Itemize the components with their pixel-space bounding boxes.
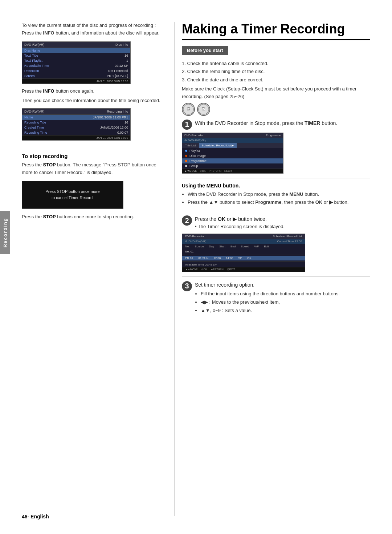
- prog-footer-text: ▲▼MOVE: [184, 170, 197, 173]
- before-you-start-note: Make sure the Clock (Setup-Clock Set) mu…: [182, 85, 370, 101]
- dvdplusr-icon: DVD +R: [197, 103, 210, 116]
- before-you-start-list: 1. Check the antenna cable is connected.…: [182, 60, 370, 84]
- rec-info-header-right: Recording Info: [107, 110, 128, 113]
- press-info-text1: Press the INFO button once again.: [22, 88, 163, 95]
- total-playlist-label: Total Playlist: [24, 59, 42, 62]
- disc-info-header: DVD-RW(VR) Disc Info: [22, 42, 130, 48]
- step1-content: With the DVD Recorder in Stop mode, pres…: [195, 120, 370, 127]
- setup-label: Setup: [189, 164, 198, 168]
- disc-info-header-left: DVD-RW(VR): [24, 43, 44, 46]
- menu-bullet-2: Press the ▲▼ buttons to select Programme…: [188, 199, 370, 206]
- col-vp: V/P: [254, 245, 259, 248]
- prog-tab-scheduled: Scheduled Record List ▶: [199, 143, 237, 148]
- disc-icons: DVD -RW DVD +R: [182, 103, 370, 116]
- step3-text: Set timer recording option.: [195, 282, 254, 288]
- sched-available: Available Time 00:48 SP: [182, 262, 305, 267]
- sched-footer-exit: ⊡EXIT: [227, 268, 235, 271]
- right-column: Making a Timer Recording Before you star…: [174, 22, 370, 516]
- disc-name-label: Disc Name: [24, 49, 40, 52]
- sched-subheader-left: ⊙ DVD-RW(VR): [185, 240, 206, 243]
- prog-item-setup: Setup: [182, 163, 283, 169]
- data-vp: OK: [247, 256, 252, 260]
- stop-line2: to cancel Timer Record.: [52, 195, 94, 200]
- step3-number: 3: [182, 281, 192, 291]
- using-menu-heading: Using the MENU button.: [182, 183, 370, 189]
- step1-text: With the DVD Recorder in Stop mode, pres…: [195, 120, 337, 126]
- section-tab-wrapper: Recording: [0, 211, 10, 254]
- rec-info-footer: JAN 01 2006 SUN 12:00: [22, 135, 130, 140]
- prog-item-discimage: Disc Image: [182, 153, 283, 158]
- before-item-2: 2. Check the remaining time of the disc.: [182, 68, 370, 76]
- no01-label: No. 01: [185, 250, 194, 253]
- svg-text:+R: +R: [203, 109, 205, 110]
- data-speed: SP: [238, 256, 242, 260]
- prog-item-playlist: Playlist: [182, 148, 283, 153]
- step3-bullet-2: ◀▶ : Moves to the previous/next item,: [201, 299, 370, 306]
- step2-subtext: • The Timer Recording screen is displaye…: [195, 224, 285, 229]
- sched-footer: ▲▼MOVE ⊙OK ↩RETURN ⊡EXIT: [182, 267, 305, 272]
- created-time-label: Created Time: [24, 126, 44, 129]
- using-menu-list: With the DVD Recorder in Stop mode, pres…: [188, 191, 370, 207]
- rec-time-value: 0:00:07: [117, 131, 128, 134]
- rec-title-label: Recording Title: [24, 121, 46, 124]
- data-day: 01 SUN: [198, 256, 208, 260]
- before-item-1: 1. Check the antenna cable is connected.: [182, 60, 370, 68]
- step2-number: 2: [182, 215, 192, 226]
- screen-row: Screen PR 1 [DUAL L]: [22, 73, 130, 78]
- discimage-dot: [185, 155, 187, 157]
- to-stop-heading: To stop recording: [22, 153, 163, 159]
- section-tab: Recording: [3, 218, 8, 247]
- data-end: 14:00: [226, 256, 233, 260]
- sched-subheader: ⊙ DVD-RW(VR) Current Time 12:00: [182, 239, 305, 244]
- total-title-row: Total Title 16: [22, 53, 130, 58]
- playlist-dot: [185, 150, 187, 152]
- disc-info-header-right: Disc Info: [115, 43, 128, 46]
- rec-info-header-left: DVD-RW(VR): [24, 110, 44, 113]
- prog-tab-titlelist: Title List: [182, 143, 199, 148]
- name-label: Name: [24, 116, 33, 119]
- step1-row: 1 With the DVD Recorder in Stop mode, pr…: [182, 120, 370, 130]
- sched-data-row: PR 01 01 SUN 12:00 14:00 SP OK: [182, 256, 305, 260]
- step2-text: Press the OK or ▶ button twice.: [195, 216, 267, 222]
- data-start: 12:00: [213, 256, 221, 260]
- sched-footer-ok: ⊙OK: [201, 268, 207, 271]
- to-stop-text: Press the STOP button. The message "Pres…: [22, 161, 163, 177]
- col-no: No.: [185, 245, 189, 248]
- divider2: [182, 211, 370, 211]
- menu-bullet-1: With the DVD Recorder in Stop mode, pres…: [188, 191, 370, 198]
- created-time-value: JAN/01/2006 12:00: [100, 126, 128, 129]
- prog-item-programme: Programme: [182, 158, 283, 163]
- svg-text:DVD: DVD: [202, 107, 205, 108]
- divider1: [182, 178, 370, 178]
- sched-header: DVD-Recorder Scheduled Record List: [182, 234, 305, 239]
- step3-bullet-3: ▲▼, 0~9 : Sets a value.: [201, 307, 370, 315]
- step3-bullet-1: Fill the input items using the direction…: [201, 290, 370, 298]
- col-day: Day: [209, 245, 214, 248]
- recording-info-screen: DVD-RW(VR) Recording Info Name JAN/01/20…: [22, 108, 131, 141]
- step2-content: Press the OK or ▶ button twice. • The Ti…: [195, 215, 370, 231]
- press-info-text2: Then you can check the information about…: [22, 97, 163, 105]
- divider3: [182, 276, 370, 277]
- prog-footer-exit: ⊡EXIT: [224, 170, 232, 173]
- recordable-time-label: Recordable Time: [24, 64, 49, 68]
- col-source: Source: [195, 245, 204, 248]
- scheduled-record-screen: DVD-Recorder Scheduled Record List ⊙ DVD…: [182, 234, 305, 272]
- total-title-value: 16: [124, 54, 128, 57]
- rec-title-value: 16: [124, 121, 128, 124]
- no01-row: No. 01: [182, 249, 305, 254]
- protection-row: Protection Not Protected: [22, 68, 130, 73]
- page-container: Recording To view the current status of …: [0, 0, 392, 534]
- prog-footer-return: ↩RETURN: [209, 170, 221, 173]
- rec-time-label: Recording Time: [24, 131, 47, 134]
- left-column: To view the current status of the disc a…: [22, 22, 174, 516]
- before-item-3: 3. Check the date and time are correct.: [182, 76, 370, 84]
- sched-subheader-right: Current Time 12:00: [277, 240, 302, 243]
- discimage-label: Disc Image: [189, 154, 206, 158]
- total-playlist-row: Total Playlist 1: [22, 58, 130, 63]
- dvdrw-icon: DVD -RW: [182, 103, 195, 116]
- step3-content: Set timer recording option. Fill the inp…: [195, 281, 370, 316]
- protection-label: Protection: [24, 69, 39, 73]
- step3-bullets: Fill the input items using the direction…: [201, 290, 370, 314]
- protection-value: Not Protected: [108, 69, 128, 73]
- stop-text2: Press the STOP buttons once more to stop…: [22, 213, 163, 221]
